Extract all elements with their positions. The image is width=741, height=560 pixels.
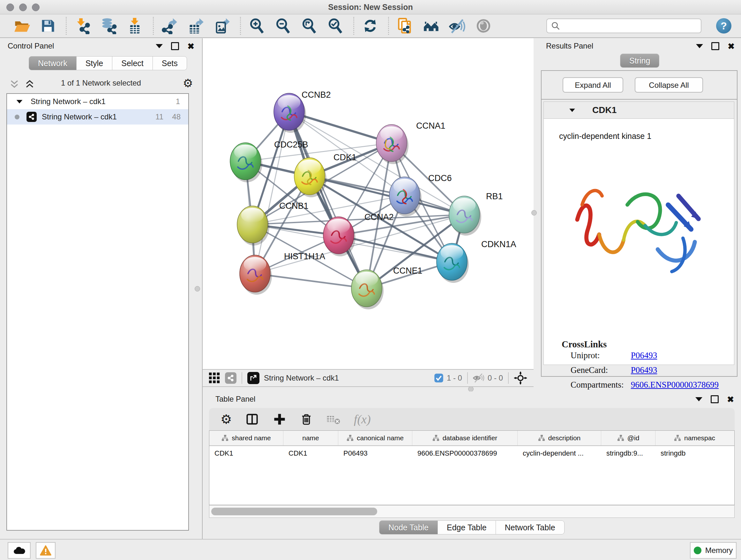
open-session-icon[interactable]: [13, 17, 30, 34]
import-network-from-database-icon[interactable]: [100, 17, 117, 34]
column-header[interactable]: namespac: [656, 431, 734, 445]
show-columns-icon[interactable]: [246, 412, 259, 426]
network-node-label: CCNA2: [364, 212, 394, 222]
close-panel-icon[interactable]: ✖: [728, 43, 735, 50]
show-first-neighbors-icon[interactable]: [423, 17, 440, 34]
splitter-handle[interactable]: [531, 210, 537, 215]
warnings-button[interactable]: [36, 542, 56, 559]
hide-selection-icon[interactable]: [449, 17, 466, 34]
table-toolbar: ⚙ f(x): [209, 408, 735, 430]
column-header[interactable]: name: [283, 431, 338, 445]
network-view-canvas[interactable]: CCNB2CCNA1CDC25BCDK1CDC6RB1CCNB1CCNA2CDK…: [203, 38, 534, 369]
float-panel-icon[interactable]: [711, 395, 719, 403]
genecard-link[interactable]: P06493: [631, 365, 657, 375]
delete-table-icon[interactable]: [327, 414, 340, 425]
network-column-icon: [617, 435, 624, 442]
save-session-icon[interactable]: [40, 17, 56, 34]
string-view-icon[interactable]: [225, 372, 237, 384]
function-builder-icon[interactable]: f(x): [354, 412, 371, 426]
search-icon: [551, 21, 560, 30]
collapse-all-button[interactable]: Collapse All: [635, 77, 703, 92]
zoom-in-icon[interactable]: [249, 17, 265, 34]
toolbar-separator: [66, 17, 67, 35]
hidden-eye-icon[interactable]: [473, 373, 484, 383]
create-column-icon[interactable]: [273, 413, 286, 426]
network-node-label: CDKN1A: [481, 240, 516, 249]
network-node-label: CCNB2: [301, 90, 331, 100]
search-field[interactable]: [546, 18, 701, 33]
table-settings-gear-icon[interactable]: ⚙: [220, 413, 232, 426]
float-panel-icon[interactable]: [711, 42, 719, 50]
show-all-icon[interactable]: [475, 17, 492, 34]
gene-name: CDK1: [592, 105, 616, 115]
column-header[interactable]: canonical name: [338, 431, 412, 445]
uniprot-link[interactable]: P06493: [631, 351, 657, 360]
memory-button[interactable]: Memory: [690, 542, 737, 559]
tab-string[interactable]: String: [620, 54, 659, 68]
import-table-from-file-icon[interactable]: [127, 17, 143, 34]
gene-section-header[interactable]: CDK1: [543, 102, 734, 119]
grid-view-icon[interactable]: [208, 372, 220, 384]
tab-network-table[interactable]: Network Table: [496, 520, 564, 535]
tab-edge-table[interactable]: Edge Table: [438, 520, 496, 535]
network-node-RB1[interactable]: RB1: [449, 192, 503, 233]
tab-network[interactable]: Network: [29, 56, 77, 70]
zoom-selected-icon[interactable]: [327, 17, 344, 34]
network-node-CDKN1A[interactable]: CDKN1A: [436, 240, 516, 280]
help-button[interactable]: ?: [716, 18, 731, 34]
column-header[interactable]: @id: [601, 431, 656, 445]
zoom-out-icon[interactable]: [275, 17, 291, 34]
splitter-handle[interactable]: [468, 386, 474, 392]
delete-column-icon[interactable]: [300, 413, 313, 426]
network-edge-CCNB2-CCNE1[interactable]: [289, 112, 367, 288]
results-panel: Results Panel ✖ String Expand All Collap…: [538, 38, 741, 391]
close-panel-icon[interactable]: ✖: [187, 43, 194, 50]
network-collection-row[interactable]: String Network – cdk1 1: [7, 94, 188, 109]
panel-menu-icon[interactable]: [695, 397, 702, 401]
network-node-label: RB1: [486, 192, 503, 201]
table-row[interactable]: CDK1 CDK1 P06493 9606.ENSP00000378699 cy…: [209, 446, 734, 461]
tab-style[interactable]: Style: [77, 56, 113, 70]
tab-sets[interactable]: Sets: [153, 56, 187, 70]
network-options-gear-icon[interactable]: ⚙: [183, 77, 193, 90]
open-in-browser-icon[interactable]: [247, 372, 259, 384]
export-table-icon[interactable]: [188, 17, 204, 34]
protein-structure-image: [560, 160, 710, 298]
panel-menu-icon[interactable]: [156, 44, 163, 48]
tab-node-table[interactable]: Node Table: [379, 520, 438, 535]
column-header[interactable]: description: [518, 431, 601, 445]
splitter-handle[interactable]: [195, 286, 200, 292]
expand-all-button[interactable]: Expand All: [562, 77, 623, 92]
network-graph[interactable]: CCNB2CCNA1CDC25BCDK1CDC6RB1CCNB1CCNA2CDK…: [203, 38, 534, 369]
collection-expand-icon[interactable]: [17, 100, 23, 103]
network-row-selected[interactable]: String Network – cdk1 11 48: [7, 109, 188, 125]
section-collapse-icon[interactable]: [569, 109, 575, 112]
network-edge-count: 48: [172, 112, 181, 121]
column-header[interactable]: database identifier: [412, 431, 518, 445]
cloud-status-button[interactable]: [8, 542, 30, 559]
crosslinks-heading: CrossLinks: [562, 339, 607, 350]
selected-checkbox-icon[interactable]: [434, 373, 444, 383]
warning-icon: [40, 545, 51, 556]
import-network-from-file-icon[interactable]: [74, 17, 91, 34]
network-collection-tree: String Network – cdk1 1 String Network –…: [6, 93, 189, 531]
float-panel-icon[interactable]: [171, 42, 179, 50]
network-node-HIST1H1A[interactable]: HIST1H1A: [240, 252, 325, 292]
main-toolbar: ?: [0, 14, 741, 38]
zoom-fit-content-icon[interactable]: [301, 17, 318, 34]
birds-eye-view-icon[interactable]: [514, 371, 527, 385]
export-network-icon[interactable]: [161, 17, 178, 34]
table-horizontal-scrollbar[interactable]: [209, 505, 735, 518]
export-image-icon[interactable]: [214, 17, 230, 34]
column-header[interactable]: shared name: [209, 431, 283, 445]
scrollbar-thumb[interactable]: [211, 508, 377, 515]
search-input[interactable]: [560, 21, 696, 30]
table-header-row: shared name name canonical name database…: [209, 431, 734, 446]
compartments-link[interactable]: 9606.ENSP00000378699: [631, 380, 719, 389]
network-node-CCNA1[interactable]: CCNA1: [376, 121, 446, 162]
close-panel-icon[interactable]: ✖: [727, 396, 734, 402]
copy-icon[interactable]: [397, 17, 413, 34]
panel-menu-icon[interactable]: [696, 44, 703, 48]
refresh-view-icon[interactable]: [362, 17, 379, 34]
tab-select[interactable]: Select: [112, 56, 152, 70]
